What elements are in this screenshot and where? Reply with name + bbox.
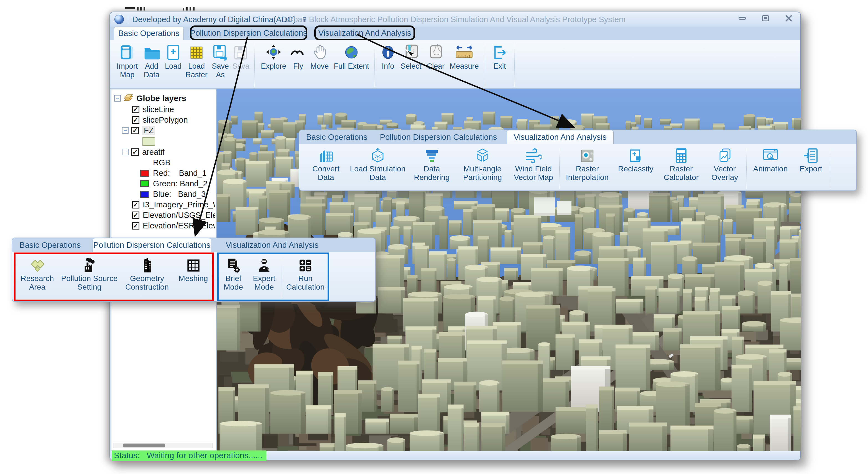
raster-interpolation-button[interactable]: Raster Interpolation xyxy=(561,147,614,182)
brief-mode-button[interactable]: Brief Mode xyxy=(219,257,248,291)
tree-row-esri-elevation[interactable]: ✓ Elevation/ESRI_Eleva xyxy=(132,221,215,231)
load-raster-icon xyxy=(188,43,205,61)
collapse-icon[interactable]: − xyxy=(114,95,121,102)
close-button[interactable] xyxy=(784,15,793,22)
fill-symbol-swatch[interactable] xyxy=(143,137,155,146)
export-icon xyxy=(803,147,819,163)
minimize-icon xyxy=(739,17,746,20)
info-icon xyxy=(380,43,396,61)
pollution-popup-tab-visualization[interactable]: Visualization And Analysis xyxy=(225,238,319,252)
visualization-ribbon-popup: Basic Operations Pollution Dispersion Ca… xyxy=(299,130,857,191)
export-button[interactable]: Export xyxy=(793,147,829,173)
tree-row-globe-layers[interactable]: − Globe layers xyxy=(114,93,186,103)
explore-button[interactable]: Explore xyxy=(258,43,289,71)
pollution-popup-tab-pollution-active[interactable]: Pollution Dispersion Calculations xyxy=(93,238,211,252)
exit-button[interactable]: Exit xyxy=(489,43,511,71)
save-as-icon xyxy=(212,43,229,61)
viz-popup-tab-visualization-active[interactable]: Visualization And Analysis xyxy=(506,130,614,144)
collapse-icon[interactable]: − xyxy=(122,127,129,134)
load-simulation-data-button[interactable]: Load Simulation Data xyxy=(348,147,407,182)
background-window-fragment xyxy=(144,7,145,10)
vector-overlay-button[interactable]: Vector Overlay xyxy=(705,147,745,182)
tree-row-slicepolygon[interactable]: ✓ slicePolygon xyxy=(132,115,188,125)
checkbox-checked-icon[interactable]: ✓ xyxy=(132,222,140,230)
clear-map-icon xyxy=(428,43,444,61)
title-bar: Developed by Academy of Digital China(AD… xyxy=(110,12,800,27)
measure-button[interactable]: Measure xyxy=(447,43,482,71)
meshing-grid-icon xyxy=(186,257,201,273)
viz-popup-tab-basic-operations[interactable]: Basic Operations xyxy=(307,130,367,144)
full-extent-button[interactable]: Full Extent xyxy=(332,43,371,71)
info-button[interactable]: Info xyxy=(378,43,398,71)
checkbox-checked-icon[interactable]: ✓ xyxy=(132,201,140,208)
maximize-button[interactable] xyxy=(761,15,770,22)
data-rendering-icon xyxy=(424,147,439,163)
load-icon xyxy=(165,43,181,61)
background-window-fragment xyxy=(186,7,188,10)
checkbox-checked-icon[interactable]: ✓ xyxy=(132,106,140,113)
save-icon xyxy=(233,43,249,61)
full-extent-globe-icon xyxy=(343,43,360,61)
multi-angle-partitioning-icon xyxy=(475,147,490,163)
red-band-chip xyxy=(140,170,149,177)
reclassify-button[interactable]: Reclassify xyxy=(614,147,658,173)
scrollbar-thumb[interactable] xyxy=(123,444,165,447)
data-rendering-button[interactable]: Data Rendering xyxy=(407,147,456,182)
tree-row-fz-symbol[interactable] xyxy=(143,136,155,146)
horizontal-scrollbar[interactable] xyxy=(113,443,213,448)
vector-overlay-icon xyxy=(718,147,732,163)
layers-icon xyxy=(123,94,134,103)
move-button[interactable]: Move xyxy=(307,43,332,71)
research-area-button[interactable]: Research Area xyxy=(17,257,58,291)
tab-pollution-dispersion-calculations[interactable]: Pollution Dispersion Calculations xyxy=(190,26,307,40)
tab-basic-operations[interactable]: Basic Operations xyxy=(114,27,184,40)
collapse-icon[interactable]: − xyxy=(122,149,129,155)
tree-row-fz[interactable]: − ✓ FZ xyxy=(122,126,155,135)
add-data-button[interactable]: Add Data xyxy=(140,43,163,79)
checkbox-checked-icon[interactable]: ✓ xyxy=(131,148,139,156)
app-window: Developed by Academy of Digital China(AD… xyxy=(110,12,801,460)
pollution-source-setting-button[interactable]: Pollution Source Setting xyxy=(60,257,119,291)
red-highlight-box: Research Area Pollution Source Setting G… xyxy=(14,252,214,301)
expert-mode-button[interactable]: Expert Mode xyxy=(248,257,280,291)
animation-icon xyxy=(763,147,778,163)
brief-mode-icon xyxy=(226,257,241,273)
tree-row-i3-imagery[interactable]: ✓ I3_Imagery_Prime_W xyxy=(132,200,215,210)
quick-access-caret-icon[interactable]: ▾ xyxy=(303,17,306,22)
multi-angle-partitioning-button[interactable]: Multi-angle Partitioning xyxy=(456,147,509,182)
checkbox-checked-icon[interactable]: ✓ xyxy=(132,211,140,219)
import-map-button[interactable]: Import Map xyxy=(115,43,140,79)
wind-field-vector-map-button[interactable]: Wind Field Vector Map xyxy=(509,147,558,182)
run-calculation-button[interactable]: Run Calculation xyxy=(283,257,328,291)
ribbon-group-separator xyxy=(830,148,830,189)
minimize-button[interactable] xyxy=(738,15,747,22)
checkbox-checked-icon[interactable]: ✓ xyxy=(132,116,140,124)
save-as-button[interactable]: Save As xyxy=(210,43,231,79)
geometry-construction-button[interactable]: Geometry Construction xyxy=(121,257,174,291)
pollution-popup-tab-basic-operations[interactable]: Basic Operations xyxy=(20,238,81,252)
checkbox-checked-icon[interactable]: ✓ xyxy=(131,127,139,134)
background-window-fragment xyxy=(125,7,135,9)
raster-calculator-button[interactable]: Raster Calculator xyxy=(658,147,705,182)
tree-row-areatif[interactable]: − ✓ areatif xyxy=(122,147,165,157)
tree-row-usgs-elevation[interactable]: ✓ Elevation/USGS_Elev xyxy=(132,210,215,220)
background-window-fragment xyxy=(193,7,194,10)
tree-row-red-band: Red: Band_1 xyxy=(140,168,207,178)
explore-globe-icon xyxy=(265,43,282,61)
select-button[interactable]: Select xyxy=(398,43,424,71)
fly-button[interactable]: Fly xyxy=(289,43,307,71)
pollution-ribbon-popup: Basic Operations Pollution Dispersion Ca… xyxy=(12,238,376,302)
load-raster-button[interactable]: Load Raster xyxy=(183,43,210,79)
tree-row-sliceline[interactable]: ✓ sliceLine xyxy=(132,104,174,114)
viz-popup-tab-pollution-dispersion[interactable]: Pollution Dispersion Calculations xyxy=(380,130,497,144)
load-button[interactable]: Load xyxy=(163,43,183,71)
clear-button[interactable]: Clear xyxy=(424,43,447,71)
tree-row-rgb: RGB xyxy=(153,158,170,168)
convert-data-button[interactable]: Convert Data xyxy=(304,147,348,182)
meshing-button[interactable]: Meshing xyxy=(176,257,212,283)
ribbon-group-separator xyxy=(746,148,747,189)
animation-button[interactable]: Animation xyxy=(748,147,793,173)
screenshot-stage: Developed by Academy of Digital China(AD… xyxy=(0,0,868,474)
reclassify-icon xyxy=(628,147,643,163)
tab-visualization-and-analysis[interactable]: Visualization And Analysis xyxy=(314,26,415,40)
